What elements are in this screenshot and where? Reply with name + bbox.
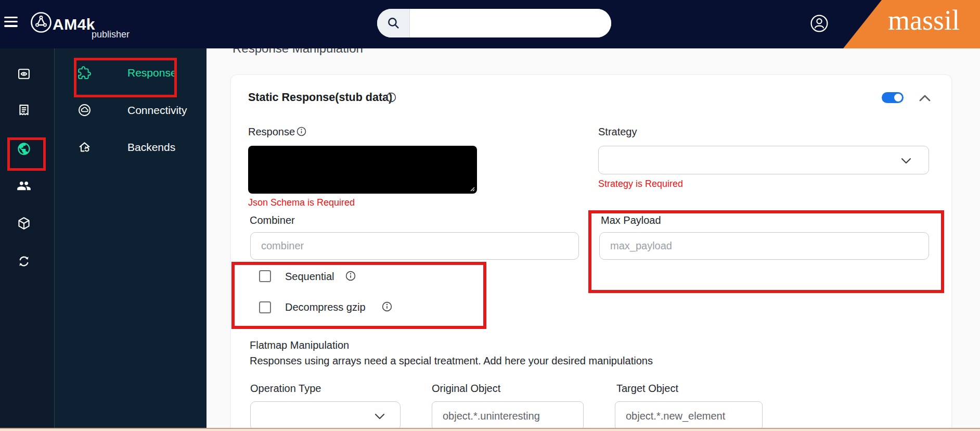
response-json-textarea[interactable] — [248, 146, 477, 194]
sync-arrows-icon — [17, 254, 31, 269]
brand-subtitle: publisher — [92, 29, 130, 40]
sequential-label: Sequential — [285, 271, 334, 283]
people-icon — [17, 179, 31, 193]
original-object-input[interactable] — [432, 401, 584, 430]
hamburger-menu-icon[interactable] — [4, 14, 22, 28]
top-navbar: AM4k publisher — [0, 0, 980, 48]
app-window: Response Manipulation Static Response(st… — [0, 0, 980, 431]
sidebar-item-preview[interactable] — [14, 64, 34, 84]
eye-frame-icon — [17, 67, 31, 81]
sidebar-item-label: Backends — [127, 141, 175, 154]
strategy-select[interactable] — [598, 146, 929, 174]
icon-rail — [0, 48, 54, 428]
chevron-down-icon — [900, 157, 912, 165]
strategy-label: Strategy — [598, 126, 637, 138]
operation-type-select[interactable] — [250, 401, 401, 430]
resize-handle-icon[interactable] — [469, 185, 475, 192]
receipt-icon — [17, 103, 31, 118]
sidebar-item-backends[interactable]: Backends — [78, 140, 197, 155]
sidebar-item-packages[interactable] — [14, 213, 34, 234]
target-object-label: Target Object — [616, 383, 678, 395]
max-payload-input[interactable] — [599, 232, 929, 260]
sidebar-item-records[interactable] — [14, 100, 34, 121]
brand-logo-icon — [30, 11, 53, 34]
brand-name: AM4k — [53, 16, 95, 33]
sidebar-item-label: Response — [127, 67, 177, 79]
submenu-panel: Response Connectivity Backends — [54, 48, 207, 428]
flatmap-title: Flatmap Manipulation — [250, 339, 349, 351]
strategy-error-text: Strategy is Required — [598, 179, 683, 189]
search-bar — [377, 9, 611, 37]
flatmap-description: Responses using arrays need a special tr… — [250, 355, 653, 367]
static-response-toggle[interactable] — [882, 92, 904, 103]
combiner-label: Combiner — [250, 214, 295, 226]
collapse-chevron-up-icon[interactable] — [919, 94, 931, 102]
sidebar-item-sync[interactable] — [14, 251, 34, 272]
response-label: Response — [248, 126, 295, 138]
response-error-text: Json Schema is Required — [248, 197, 355, 208]
banner-text: massil — [888, 4, 960, 36]
sequential-checkbox[interactable] — [259, 270, 271, 282]
info-icon[interactable] — [345, 271, 356, 281]
bottom-edge-strip — [0, 428, 980, 431]
sidebar-item-response[interactable]: Response — [78, 66, 197, 81]
info-icon[interactable] — [382, 301, 392, 312]
globe-icon — [17, 142, 31, 156]
original-object-label: Original Object — [432, 383, 500, 395]
account-icon[interactable] — [809, 14, 829, 33]
house-sync-icon — [78, 140, 92, 154]
chevron-down-icon — [374, 412, 385, 421]
combiner-input[interactable] — [250, 232, 579, 260]
toggle-knob — [894, 94, 902, 102]
target-object-input[interactable] — [615, 401, 763, 430]
sidebar-item-users[interactable] — [14, 175, 34, 196]
search-icon — [386, 16, 401, 30]
puzzle-icon — [78, 66, 91, 80]
sidebar-item-label: Connectivity — [127, 104, 187, 117]
operation-type-label: Operation Type — [250, 383, 321, 395]
cloud-circle-icon — [78, 103, 92, 117]
sidebar-item-connectivity[interactable]: Connectivity — [78, 103, 197, 118]
cube-icon — [17, 216, 31, 231]
info-icon[interactable] — [386, 92, 396, 103]
decompress-gzip-checkbox[interactable] — [259, 301, 271, 313]
section-title: Static Response(stub data) — [248, 91, 392, 104]
search-input[interactable] — [410, 9, 611, 37]
decompress-gzip-label: Decompress gzip — [285, 301, 366, 313]
sidebar-item-api-globe[interactable] — [14, 138, 34, 159]
search-icon-zone — [377, 9, 410, 37]
max-payload-label: Max Payload — [601, 214, 661, 226]
info-icon[interactable] — [296, 126, 306, 136]
